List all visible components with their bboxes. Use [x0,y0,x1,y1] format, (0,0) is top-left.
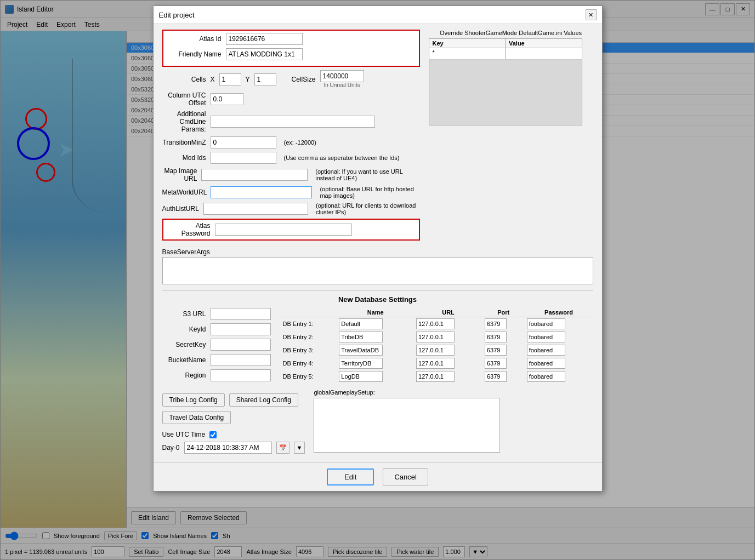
base-server-args-textarea[interactable] [162,257,593,284]
db-col-password: Password [525,308,593,317]
db-entry-name-input[interactable] [339,358,383,369]
db-entry-row: DB Entry 1: [281,317,593,331]
cell-size-input[interactable] [320,70,364,82]
cells-x-input[interactable] [219,73,241,85]
gameplay-setup-textarea[interactable] [314,398,500,453]
additional-cmdline-row: AdditionalCmdLine Params: [162,110,420,133]
db-col-name: Name [337,308,414,317]
utc-section: Use UTC Time Day-0 📅 ▼ [162,431,305,454]
atlas-password-input[interactable] [215,224,352,236]
secret-key-label: SecretKey [162,341,206,348]
friendly-name-input[interactable] [226,48,303,60]
transition-minz-input[interactable] [211,136,276,148]
map-image-url-input[interactable] [201,169,308,181]
metaworld-url-input[interactable] [211,186,313,198]
db-entry-password-input[interactable] [527,332,565,342]
right-section: Override ShooterGameMode DefaultGame.ini… [429,30,593,244]
s3-url-row: S3 URL [162,308,272,320]
override-table-body: * [429,48,582,125]
bucket-name-input[interactable] [211,354,271,366]
db-entry-url-input[interactable] [416,332,455,342]
column-utc-row: Column UTCOffset [162,92,420,107]
modal-close-button[interactable]: ✕ [586,9,597,20]
db-entry-password-input[interactable] [527,371,565,382]
mod-ids-input[interactable] [211,152,276,164]
keyid-input[interactable] [211,323,271,335]
db-entry-password-input[interactable] [527,318,565,329]
db-entry-row: DB Entry 2: [281,330,593,344]
db-entry-port-input[interactable] [485,345,507,356]
map-image-url-hint: (optional: If you want to use URL instea… [315,168,419,181]
db-entry-port-input[interactable] [485,318,507,329]
travel-data-config-button[interactable]: Travel Data Config [162,411,231,424]
db-entry-url-input[interactable] [416,318,455,329]
secret-key-input[interactable] [211,339,271,351]
override-table-header: Key Value [429,39,582,48]
auth-list-url-label: AuthListURL [162,205,199,213]
region-input[interactable] [211,369,271,381]
override-table: Key Value * [429,38,582,125]
day0-input[interactable] [184,442,272,454]
top-section: Atlas Id Friendly Name Cells X Y [162,30,593,244]
friendly-name-row: Friendly Name [167,48,416,60]
base-server-args-label: BaseServerArgs [162,248,593,256]
auth-list-url-row: AuthListURL (optional: URL for clients t… [162,202,420,215]
metaworld-url-row: MetaWorldURL (optional: Base URL for htt… [162,186,420,199]
use-utc-label: Use UTC Time [162,431,206,438]
db-col-url: URL [414,308,482,317]
gameplay-setup-label: globalGameplaySetup: [314,389,500,396]
db-entry-url-input[interactable] [416,371,455,382]
keyid-row: KeyId [162,323,272,335]
db-entry-password-input[interactable] [527,345,565,356]
db-entry-url-input[interactable] [416,358,455,369]
modal-footer: Edit Cancel [154,462,602,491]
edit-button[interactable]: Edit [327,468,374,485]
day0-dropdown-button[interactable]: ▼ [294,442,305,454]
gameplay-section: globalGameplaySetup: [314,389,500,454]
atlas-id-row: Atlas Id [167,33,416,45]
base-server-section: BaseServerArgs [162,248,593,286]
db-entry-name-input[interactable] [339,318,383,329]
cancel-button[interactable]: Cancel [383,468,428,485]
additional-cmdline-input[interactable] [211,116,375,128]
cells-x-label: X [211,76,215,83]
tribe-log-config-button[interactable]: Tribe Log Config [162,393,225,407]
db-entry-port-input[interactable] [485,358,507,369]
cell-size-unit: In Unreal Units [323,82,360,88]
auth-list-url-hint: (optional: URL for clients to download c… [316,202,419,215]
metaworld-url-hint: (optional: Base URL for http hosted map … [320,186,419,199]
auth-list-url-input[interactable] [203,203,308,215]
db-entry-port-input[interactable] [485,332,507,342]
override-key-col: Key [429,39,506,48]
db-entry-name-input[interactable] [339,332,383,342]
region-row: Region [162,369,272,381]
db-entry-name-input[interactable] [339,371,383,382]
db-entry-row: DB Entry 3: [281,344,593,357]
left-section: Atlas Id Friendly Name Cells X Y [162,30,420,244]
db-entry-name-input[interactable] [339,345,383,356]
db-section-title: New Database Settings [162,295,593,304]
db-entry-label: DB Entry 5: [281,370,337,383]
db-entry-url-input[interactable] [416,345,455,356]
transition-minz-hint: (ex: -12000) [284,139,316,146]
db-entry-port-input[interactable] [485,371,507,382]
cells-row: Cells X Y CellSize In Unreal Units [162,70,420,88]
bucket-name-row: BucketName [162,354,272,366]
shared-log-config-button[interactable]: Shared Log Config [229,393,298,407]
edit-project-modal: Edit project ✕ Atlas Id Friendly Name [153,5,603,492]
cells-y-input[interactable] [254,73,276,85]
s3-url-input[interactable] [211,308,271,320]
bucket-name-label: BucketName [162,356,206,364]
override-val-col: Value [506,39,582,48]
db-entries-section: Name URL Port Password DB Entry 1: DB En… [281,308,593,385]
db-entry-password-input[interactable] [527,358,565,369]
map-image-url-row: Map Image URL (optional: If you want to … [162,167,420,182]
column-utc-input[interactable] [211,93,243,105]
calendar-button[interactable]: 📅 [276,442,289,454]
db-entries-table: Name URL Port Password DB Entry 1: DB En… [281,308,593,383]
cells-y-label: Y [246,76,250,83]
db-entry-label: DB Entry 3: [281,344,337,357]
use-utc-checkbox[interactable] [209,431,217,438]
atlas-id-input[interactable] [226,33,303,45]
config-buttons-section: Tribe Log Config Shared Log Config Trave… [162,389,305,457]
